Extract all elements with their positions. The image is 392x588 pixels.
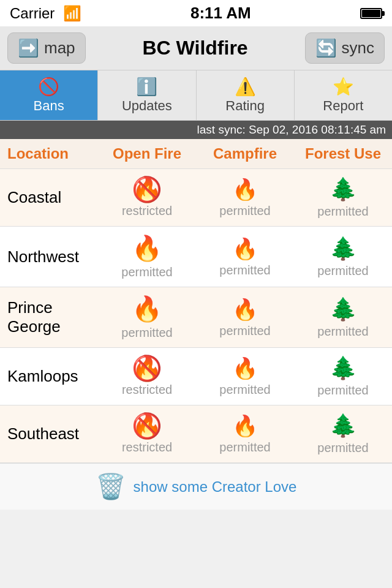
report-icon: ⭐ bbox=[333, 77, 354, 97]
sync-button[interactable]: 🔄 sync bbox=[305, 32, 385, 64]
cell-campfire: 🔥 permitted bbox=[196, 405, 294, 462]
sync-bar: last sync: Sep 02, 2016 08:11:45 am bbox=[0, 121, 392, 139]
table-row: Coastal 🔥🚫 restricted 🔥 permitted 🌲 perm… bbox=[0, 169, 392, 227]
map-button[interactable]: ➡️ map bbox=[7, 32, 86, 64]
tab-updates[interactable]: ℹ️ Updates bbox=[98, 70, 196, 120]
table-row: Southeast 🔥🚫 restricted 🔥 permitted 🌲 pe… bbox=[0, 405, 392, 463]
cell-forest: 🌲 permitted bbox=[294, 169, 392, 226]
rating-icon: ⚠️ bbox=[235, 77, 256, 97]
sync-label: sync bbox=[342, 39, 374, 58]
col-location: Location bbox=[0, 139, 98, 168]
col-forestuse: Forest Use bbox=[294, 139, 392, 168]
cell-campfire: 🔥 permitted bbox=[196, 287, 294, 347]
battery-indicator bbox=[360, 8, 382, 19]
map-label: map bbox=[44, 39, 75, 58]
col-openfire: Open Fire bbox=[98, 139, 196, 168]
cell-forest: 🌲 permitted bbox=[294, 227, 392, 287]
table-row: Kamloops 🔥🚫 restricted 🔥 permitted 🌲 per… bbox=[0, 348, 392, 405]
tab-report[interactable]: ⭐ Report bbox=[295, 70, 392, 120]
table-row: Northwest 🔥 permitted 🔥 permitted 🌲 perm… bbox=[0, 227, 392, 287]
cell-forest: 🌲 permitted bbox=[294, 287, 392, 347]
report-label: Report bbox=[323, 98, 363, 114]
sync-icon: 🔄 bbox=[315, 38, 337, 58]
cell-forest: 🌲 permitted bbox=[294, 405, 392, 462]
col-campfire: Campfire bbox=[196, 139, 294, 168]
updates-label: Updates bbox=[122, 98, 172, 114]
cell-campfire: 🔥 permitted bbox=[196, 227, 294, 287]
top-nav: ➡️ map BC Wildfire 🔄 sync bbox=[0, 26, 392, 70]
cell-campfire: 🔥 permitted bbox=[196, 169, 294, 226]
updates-icon: ℹ️ bbox=[136, 77, 157, 97]
tab-bar: 🚫 Bans ℹ️ Updates ⚠️ Rating ⭐ Report bbox=[0, 70, 392, 121]
creator-love-link[interactable]: show some Creator Love bbox=[134, 478, 297, 496]
table-body: Coastal 🔥🚫 restricted 🔥 permitted 🌲 perm… bbox=[0, 169, 392, 463]
cell-location: Kamloops bbox=[0, 348, 98, 405]
cell-openfire: 🔥🚫 restricted bbox=[98, 169, 196, 226]
bans-label: Bans bbox=[34, 98, 64, 114]
cell-forest: 🌲 permitted bbox=[294, 348, 392, 405]
tab-bans[interactable]: 🚫 Bans bbox=[0, 70, 98, 120]
table-row: Prince George 🔥 permitted 🔥 permitted 🌲 … bbox=[0, 287, 392, 348]
cell-location: Coastal bbox=[0, 169, 98, 226]
footer: 🗑️ show some Creator Love bbox=[0, 463, 392, 510]
cell-openfire: 🔥🚫 restricted bbox=[98, 405, 196, 462]
cell-openfire: 🔥 permitted bbox=[98, 227, 196, 287]
carrier-label: Carrier 📶 bbox=[10, 5, 81, 22]
app-title: BC Wildfire bbox=[142, 37, 247, 59]
map-icon: ➡️ bbox=[18, 38, 39, 58]
bans-icon: 🚫 bbox=[38, 77, 59, 97]
cell-campfire: 🔥 permitted bbox=[196, 348, 294, 405]
sync-text: last sync: Sep 02, 2016 08:11:45 am bbox=[197, 123, 386, 136]
table-header: Location Open Fire Campfire Forest Use bbox=[0, 139, 392, 169]
tab-rating[interactable]: ⚠️ Rating bbox=[197, 70, 295, 120]
cell-location: Prince George bbox=[0, 287, 98, 347]
cell-openfire: 🔥🚫 restricted bbox=[98, 348, 196, 405]
rating-label: Rating bbox=[225, 98, 265, 114]
cell-openfire: 🔥 permitted bbox=[98, 287, 196, 347]
status-bar: Carrier 📶 8:11 AM bbox=[0, 0, 392, 26]
coffee-icon: 🗑️ bbox=[96, 472, 126, 501]
cell-location: Southeast bbox=[0, 405, 98, 462]
cell-location: Northwest bbox=[0, 227, 98, 287]
status-time: 8:11 AM bbox=[190, 4, 251, 23]
